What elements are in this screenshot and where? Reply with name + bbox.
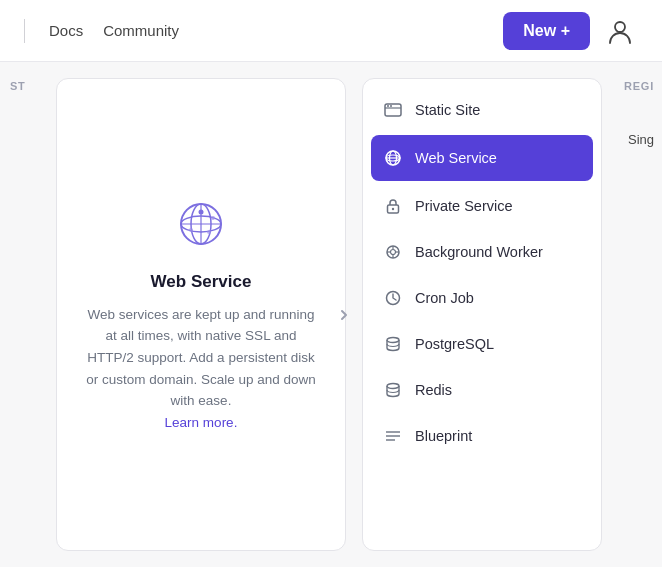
user-icon[interactable] xyxy=(602,13,638,49)
right-bg: REGI Sing xyxy=(602,62,662,567)
region-value: Sing xyxy=(602,92,662,147)
lock-icon xyxy=(383,196,403,216)
menu-item-private-service-label: Private Service xyxy=(415,198,513,214)
main-content: ST REGI Sing Web S xyxy=(0,62,662,567)
menu-item-background-worker[interactable]: Background Worker xyxy=(363,229,601,275)
clock-icon xyxy=(383,288,403,308)
browser-icon xyxy=(383,100,403,120)
chevron-right-icon xyxy=(332,303,356,327)
menu-item-web-service-label: Web Service xyxy=(415,150,497,166)
globe-menu-icon xyxy=(383,148,403,168)
svg-point-6 xyxy=(199,209,204,214)
menu-item-postgresql[interactable]: PostgreSQL xyxy=(363,321,601,367)
lines-icon xyxy=(383,426,403,446)
svg-point-19 xyxy=(392,208,394,210)
community-link[interactable]: Community xyxy=(103,22,179,39)
database-icon-redis xyxy=(383,380,403,400)
menu-item-redis[interactable]: Redis xyxy=(363,367,601,413)
status-column-label: ST xyxy=(0,62,56,92)
new-button[interactable]: New + xyxy=(503,12,590,50)
globe-icon xyxy=(173,196,229,256)
svg-point-7 xyxy=(211,216,215,220)
service-type-menu: Static Site Web Service xyxy=(362,78,602,551)
menu-item-background-worker-label: Background Worker xyxy=(415,244,543,260)
header-right: New + xyxy=(503,12,638,50)
svg-point-21 xyxy=(391,250,396,255)
preview-panel: Web Service Web services are kept up and… xyxy=(56,78,346,551)
region-column-label: REGI xyxy=(602,62,662,92)
svg-point-0 xyxy=(615,22,625,32)
svg-point-13 xyxy=(390,105,392,107)
menu-item-postgresql-label: PostgreSQL xyxy=(415,336,494,352)
preview-title: Web Service xyxy=(151,272,252,292)
header-nav: Docs Community xyxy=(24,19,199,43)
menu-item-static-site-label: Static Site xyxy=(415,102,480,118)
menu-item-cron-job[interactable]: Cron Job xyxy=(363,275,601,321)
svg-point-12 xyxy=(387,105,389,107)
svg-point-8 xyxy=(189,228,193,232)
database-icon-postgres xyxy=(383,334,403,354)
left-sidebar-bg: ST xyxy=(0,62,56,567)
learn-more-link[interactable]: Learn more. xyxy=(165,415,238,430)
svg-point-9 xyxy=(207,230,211,234)
menu-item-web-service[interactable]: Web Service xyxy=(371,135,593,181)
header-divider xyxy=(24,19,25,43)
menu-item-redis-label: Redis xyxy=(415,382,452,398)
docs-link[interactable]: Docs xyxy=(49,22,83,39)
menu-item-cron-job-label: Cron Job xyxy=(415,290,474,306)
svg-point-27 xyxy=(387,338,399,343)
header: Docs Community New + xyxy=(0,0,662,62)
menu-item-static-site[interactable]: Static Site xyxy=(363,87,601,133)
preview-description: Web services are kept up and running at … xyxy=(85,304,317,434)
menu-item-blueprint-label: Blueprint xyxy=(415,428,472,444)
cpu-icon xyxy=(383,242,403,262)
svg-point-28 xyxy=(387,384,399,389)
menu-item-private-service[interactable]: Private Service xyxy=(363,183,601,229)
menu-item-blueprint[interactable]: Blueprint xyxy=(363,413,601,459)
